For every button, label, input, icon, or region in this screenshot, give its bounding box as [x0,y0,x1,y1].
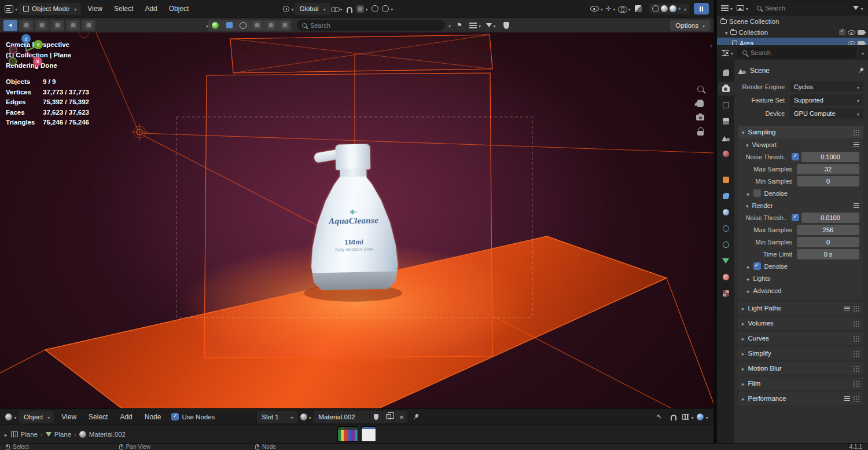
section-performance[interactable]: Performance [738,392,863,405]
mode-dropdown[interactable]: Object Mode [19,3,81,15]
render-engine-dropdown[interactable]: Cycles [790,81,863,92]
disable-render-icon[interactable] [858,41,865,46]
wireframe-shading-button[interactable] [652,5,659,12]
drag-grip-icon[interactable] [854,336,859,341]
tab-object[interactable] [718,173,734,186]
snap-link-button[interactable] [330,3,343,14]
noise-threshold-checkbox[interactable] [792,214,799,221]
drag-grip-icon[interactable] [854,381,859,386]
tab-physics[interactable] [718,222,734,235]
denoise-checkbox[interactable] [753,189,761,197]
shader-node-thumbnail[interactable] [361,426,376,442]
node-overlay-button[interactable] [682,411,694,423]
display-option-3-button[interactable] [250,20,264,31]
use-nodes-toggle[interactable]: Use Nodes [171,413,215,420]
node-snap-button[interactable] [667,411,680,423]
snap-target-button[interactable] [356,3,369,14]
fake-user-button[interactable] [369,411,382,423]
unlink-material-button[interactable] [395,411,407,423]
orientation-dropdown[interactable]: Global [295,3,330,15]
display-option-2-button[interactable] [236,20,250,31]
axis-neg-x[interactable] [10,46,17,54]
render-subpanel-header[interactable]: Render [738,199,863,211]
bookmark-button[interactable] [453,20,466,31]
use-nodes-checkbox[interactable] [171,413,179,420]
viewport-subpanel-header[interactable]: Viewport [738,138,863,151]
tab-constraints[interactable] [718,238,734,251]
viewport-denoise-toggle[interactable]: Denoise [738,187,863,199]
navigation-gizmo[interactable]: Z Y X [0,32,49,69]
preset-list-icon[interactable] [844,396,850,401]
advanced-subpanel[interactable]: Advanced [738,284,863,297]
viewport-3d[interactable]: ✻· AquaCleanse 150ml Daily Moisture Glow… [0,32,713,408]
section-simplify[interactable]: Simplify [738,347,863,360]
new-material-copy-button[interactable] [382,411,395,423]
solid-shading-button[interactable] [661,5,668,12]
hide-eye-icon[interactable] [848,30,855,35]
outliner-search[interactable] [752,3,849,13]
noise-threshold-field[interactable]: 0.0100 [801,213,859,223]
gizmos-button[interactable]: ✛ [604,3,617,14]
tab-render[interactable] [718,82,734,96]
bottle-object[interactable]: ✻· AquaCleanse 150ml Daily Moisture Glow [308,142,398,291]
noise-threshold-checkbox[interactable] [792,153,799,160]
outliner-row-area[interactable]: Area [717,38,868,45]
rendered-shading-button[interactable] [678,8,681,10]
tab-output[interactable] [718,98,734,112]
pan-hand-icon[interactable] [697,100,704,107]
select-mode-new-button[interactable] [19,20,33,31]
editor-type-button[interactable] [720,2,733,14]
denoise-checkbox[interactable] [753,262,761,270]
section-volumes[interactable]: Volumes [738,317,863,330]
matcap-button[interactable] [208,20,222,31]
shader-editor-canvas[interactable]: Plane Plane Material.002 [0,425,713,443]
menu-select[interactable]: Select [83,411,113,423]
time-limit-field[interactable]: 0 s [797,249,859,259]
drag-grip-icon[interactable] [854,321,859,326]
render-denoise-toggle[interactable]: Denoise [738,260,863,272]
lock-icon[interactable] [697,131,704,136]
display-option-1-button[interactable] [222,20,236,31]
section-light-paths[interactable]: Light Paths [738,302,863,314]
pin-icon[interactable] [856,66,865,75]
menu-view[interactable]: View [82,2,108,15]
menu-add[interactable]: Add [139,2,162,15]
properties-search[interactable] [737,47,856,58]
camera-view-icon[interactable] [696,115,704,120]
breadcrumb-material[interactable]: Material.002 [89,431,126,438]
display-option-5-button[interactable] [278,20,292,31]
axis-neg-y[interactable] [9,58,17,65]
preview-shading-button[interactable] [696,411,709,423]
min-samples-field[interactable]: 0 [797,237,859,247]
display-mode-button[interactable] [468,20,482,31]
breadcrumb-data[interactable]: Plane [54,431,71,438]
zoom-icon[interactable] [697,86,704,92]
options-dropdown[interactable]: Options [670,20,710,31]
preset-list-icon[interactable] [854,203,859,208]
breadcrumb-expand-icon[interactable] [5,431,8,438]
expand-chevron-icon[interactable] [725,29,728,36]
tab-world[interactable] [718,147,734,160]
preset-list-icon[interactable] [854,142,859,147]
select-mode-subtract-button[interactable] [50,20,64,31]
material-shading-button[interactable] [670,5,676,12]
toolbar-search-input[interactable] [310,22,440,29]
lights-subpanel[interactable]: Lights [738,272,863,284]
filter-button[interactable] [484,20,498,31]
feature-set-dropdown[interactable]: Supported [790,94,863,105]
editor-type-button[interactable] [5,3,17,14]
browse-material-button[interactable] [299,411,312,423]
tab-particles[interactable] [718,206,734,219]
disable-render-icon[interactable] [858,30,865,35]
device-dropdown[interactable]: GPU Compute [790,108,863,119]
outliner-search-input[interactable] [765,5,844,12]
section-motion-blur[interactable]: Motion Blur [738,362,863,375]
max-samples-field[interactable]: 256 [797,225,859,235]
editor-type-button[interactable] [5,411,17,423]
menu-add[interactable]: Add [115,411,137,423]
menu-view[interactable]: View [56,411,82,423]
snap-arrow-button[interactable]: ↖ [653,411,665,423]
texture-node-thumbnail[interactable] [337,426,358,442]
drag-grip-icon[interactable] [854,351,859,356]
shader-type-dropdown[interactable]: Object [19,411,54,423]
